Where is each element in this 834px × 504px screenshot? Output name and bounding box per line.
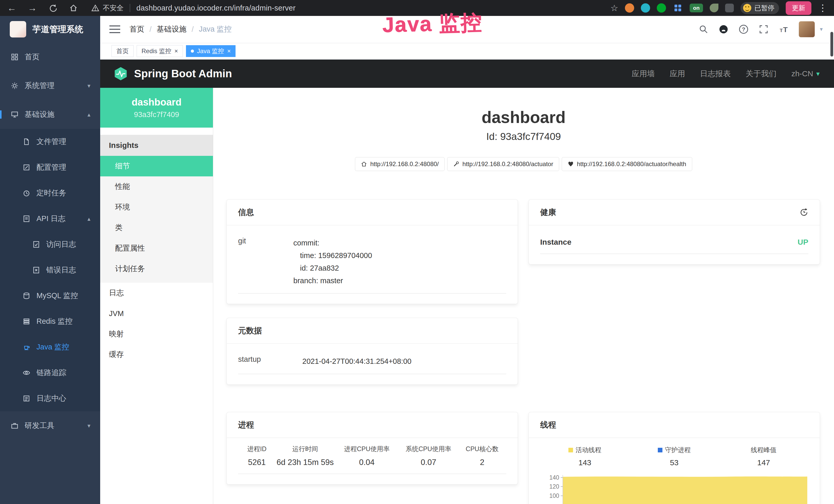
- sidebar-item-devtools[interactable]: 研发工具 ▾: [0, 411, 100, 440]
- sidebar-item-mysql-monitor[interactable]: MySQL 监控: [0, 283, 100, 308]
- security-indicator[interactable]: 不安全: [91, 3, 124, 13]
- extension-icon-grid[interactable]: [673, 3, 683, 13]
- extension-icon-green[interactable]: [657, 3, 666, 13]
- health-card-title: 健康: [529, 200, 820, 225]
- menu-item-config-props[interactable]: 配置属性: [100, 238, 213, 258]
- page-scrollbar[interactable]: [830, 32, 833, 56]
- sba-main-content: dashboard Id: 93a3fc7f7409 http://192.16…: [213, 88, 834, 504]
- sidebar-item-config-manage[interactable]: 配置管理: [0, 155, 100, 180]
- reload-icon[interactable]: [48, 3, 58, 13]
- svg-text:T: T: [783, 25, 788, 33]
- extension-icon-teal[interactable]: [641, 3, 650, 13]
- health-url-button[interactable]: http://192.168.0.2:48080/actuator/health: [562, 157, 692, 171]
- instance-links: http://192.168.0.2:48080/ http://192.168…: [213, 157, 834, 171]
- sidebar-fold-icon[interactable]: [109, 25, 120, 33]
- tag-redis-monitor[interactable]: Redis 监控 ×: [137, 45, 183, 57]
- profile-paused-badge[interactable]: 已暂停: [741, 2, 779, 14]
- breadcrumb-home[interactable]: 首页: [129, 24, 144, 35]
- menu-item-caches[interactable]: 缓存: [100, 344, 213, 365]
- file-icon: [23, 138, 30, 145]
- menu-item-jvm[interactable]: JVM: [100, 303, 213, 324]
- sidebar-item-access-log[interactable]: 访问日志: [0, 232, 100, 257]
- sidebar-item-label: 首页: [25, 52, 40, 62]
- bookmark-star-icon[interactable]: ☆: [611, 3, 618, 13]
- tag-java-monitor[interactable]: Java 监控 ×: [186, 45, 236, 57]
- nav-about[interactable]: 关于我们: [746, 69, 776, 79]
- instance-header[interactable]: dashboard 93a3fc7f7409: [100, 88, 213, 128]
- browser-update-button[interactable]: 更新: [786, 1, 811, 15]
- browser-menu-dots-icon[interactable]: ⋮: [818, 3, 827, 13]
- home-icon[interactable]: [68, 3, 79, 13]
- process-col-uptime: 运行时间 6d 23h 15m 59s: [276, 445, 335, 467]
- health-card-body: Instance UP: [529, 225, 820, 264]
- warning-icon: [91, 4, 99, 12]
- nav-applications[interactable]: 应用: [670, 69, 685, 79]
- user-avatar[interactable]: [799, 21, 815, 37]
- locale-selector[interactable]: zh-CN ▾: [791, 69, 820, 78]
- extension-on-badge[interactable]: on: [690, 4, 703, 12]
- fullscreen-icon[interactable]: [759, 24, 768, 34]
- sidebar-item-trace[interactable]: 链路追踪: [0, 360, 100, 386]
- url-bar[interactable]: dashboard.yudao.iocoder.cn/infra/admin-s…: [136, 4, 295, 12]
- topbar-actions: ? TT ▾: [699, 21, 823, 37]
- sidebar-item-system[interactable]: 系统管理 ▾: [0, 71, 100, 100]
- sidebar-item-label: MySQL 监控: [37, 291, 78, 301]
- sidebar-item-error-log[interactable]: 错误日志: [0, 257, 100, 283]
- close-icon[interactable]: ×: [174, 48, 178, 54]
- card-title-label: 健康: [540, 207, 556, 218]
- chevron-up-icon: ▴: [87, 111, 90, 118]
- tag-home[interactable]: 首页: [111, 45, 134, 57]
- sidebar-item-infrastructure[interactable]: 基础设施 ▴: [0, 100, 100, 129]
- menu-item-scheduled-tasks[interactable]: 计划任务: [100, 258, 213, 279]
- insights-section-title: Insights: [100, 135, 213, 156]
- sidebar-item-java-monitor[interactable]: Java 监控: [0, 334, 100, 360]
- svg-text:?: ?: [742, 26, 745, 32]
- github-icon[interactable]: [719, 24, 728, 34]
- service-url-button[interactable]: http://192.168.0.2:48080/: [355, 157, 445, 171]
- metadata-card-title: 元数据: [227, 318, 518, 344]
- close-icon[interactable]: ×: [227, 48, 231, 54]
- actuator-url-label: http://192.168.0.2:48080/actuator: [462, 160, 553, 168]
- column-header: 系统CPU使用率: [399, 445, 458, 453]
- sidebar-item-label: Redis 监控: [37, 316, 72, 327]
- breadcrumb-infrastructure[interactable]: 基础设施: [157, 24, 186, 35]
- trace-eye-icon: [23, 369, 30, 377]
- back-icon[interactable]: ←: [7, 3, 17, 13]
- avatar-caret-icon[interactable]: ▾: [820, 26, 823, 32]
- menu-item-environment[interactable]: 环境: [100, 197, 213, 217]
- menu-item-classes[interactable]: 类: [100, 217, 213, 238]
- menu-item-metrics[interactable]: 性能: [100, 176, 213, 197]
- font-size-icon[interactable]: TT: [779, 24, 789, 34]
- actuator-url-button[interactable]: http://192.168.0.2:48080/actuator: [447, 157, 559, 171]
- threads-card-title: 线程: [529, 412, 820, 438]
- threads-area-chart: 140 120 100: [540, 474, 809, 504]
- process-card-title: 进程: [227, 412, 518, 438]
- extension-icon-orange[interactable]: [625, 3, 634, 13]
- help-question-icon[interactable]: ?: [739, 24, 748, 34]
- sidebar-item-home[interactable]: 首页: [0, 43, 100, 71]
- history-icon[interactable]: [799, 208, 808, 217]
- nav-wallboard[interactable]: 应用墙: [632, 69, 655, 79]
- sidebar-item-log-center[interactable]: 日志中心: [0, 386, 100, 411]
- breadcrumb: 首页 / 基础设施 / Java 监控: [129, 24, 232, 35]
- sba-brand[interactable]: Spring Boot Admin: [113, 67, 232, 81]
- forward-icon[interactable]: →: [27, 3, 38, 13]
- menu-item-details[interactable]: 细节: [100, 156, 213, 176]
- sidebar-item-file-manage[interactable]: 文件管理: [0, 129, 100, 155]
- column-header: 进程ID: [238, 445, 276, 453]
- search-icon[interactable]: [699, 24, 708, 34]
- extension-icon-leaf[interactable]: [710, 4, 719, 12]
- legend-swatch-blue: [658, 448, 662, 452]
- menu-item-logs[interactable]: 日志: [100, 283, 213, 303]
- health-instance-row[interactable]: Instance UP: [540, 232, 808, 254]
- menu-item-mappings[interactable]: 映射: [100, 324, 213, 344]
- sidebar-item-redis-monitor[interactable]: Redis 监控: [0, 308, 100, 334]
- sidebar-item-scheduled-jobs[interactable]: 定时任务: [0, 180, 100, 206]
- nav-journal[interactable]: 日志报表: [700, 69, 731, 79]
- legend-label: 线程峰值: [751, 446, 776, 454]
- wrench-icon: [453, 161, 459, 167]
- sidebar-item-api-log[interactable]: API 日志 ▴: [0, 206, 100, 232]
- extensions-puzzle-icon[interactable]: [725, 4, 734, 12]
- legend-value: 53: [670, 458, 678, 467]
- status-badge: UP: [797, 238, 808, 247]
